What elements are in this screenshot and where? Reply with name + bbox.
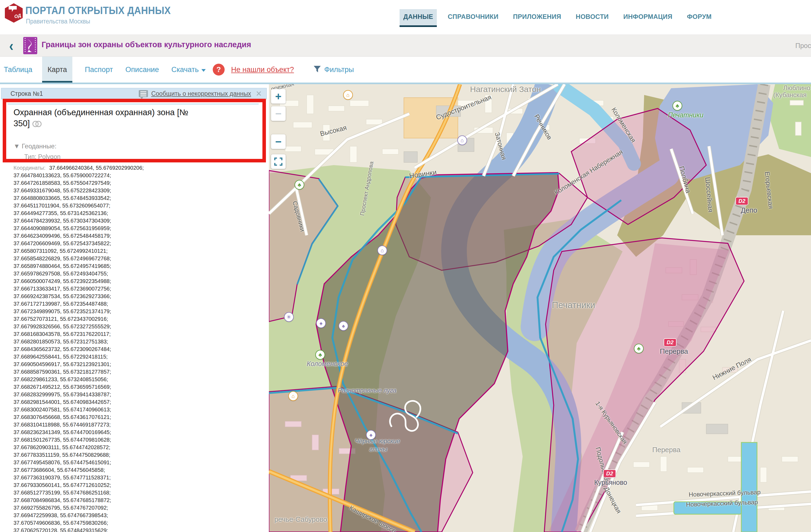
link-icon[interactable] xyxy=(32,121,42,126)
site-title[interactable]: ПОРТАЛ ОТКРЫТЫХ ДАННЫХ xyxy=(25,5,171,16)
tab[interactable]: Таблица xyxy=(4,57,32,82)
views-label[interactable]: Просмотре xyxy=(795,42,811,50)
coordinate-pair: 37.6684365623732, 55.6723090267484; xyxy=(14,345,186,353)
poi-icon[interactable]: ♣ xyxy=(634,344,644,354)
coordinate-pair: 37.6679928326566, 55.6723272555529; xyxy=(14,323,186,330)
report-bubble-icon[interactable] xyxy=(139,90,148,97)
help-icon[interactable]: ? xyxy=(213,64,225,76)
coordinate-pair: 37.6646234099496, 55.6725484458179; xyxy=(14,232,186,239)
coordinate-pair: 37.6649331679048, 55.6752228423309; xyxy=(14,187,186,194)
dataset-title[interactable]: Границы зон охраны объектов культурного … xyxy=(42,40,251,49)
poi-icon[interactable]: ✳ xyxy=(284,312,294,322)
poi-icon[interactable]: ♣ xyxy=(294,180,304,190)
nav-item[interactable]: ФОРУМ xyxy=(683,9,715,27)
poi-icon[interactable]: ⌂ xyxy=(457,136,467,145)
report-incorrect-data-link[interactable]: Сообщить о некорректных данных xyxy=(151,90,251,97)
tab[interactable]: Карта xyxy=(42,57,72,82)
map-label: Разнотравные луга xyxy=(338,387,396,394)
main-nav: ДАННЫЕСПРАВОЧНИКИПРИЛОЖЕНИЯНОВОСТИИНФОРМ… xyxy=(400,9,716,27)
tab[interactable]: Паспорт xyxy=(85,57,113,82)
map-canvas xyxy=(269,84,811,532)
coordinate-pair: 37.6682362341349, 55.6744700169645; xyxy=(14,428,186,436)
map[interactable]: ережнаяВысокаяСудостроительнаяНагатински… xyxy=(269,84,811,532)
coordinate-pair: 37.6644090889054, 55.6725631956959; xyxy=(14,224,186,232)
map-label: Нагатинский Затон xyxy=(470,85,541,94)
site-subtitle: Правительства Москвы xyxy=(26,18,90,25)
map-label: Чёрные юрские xyxy=(355,438,400,445)
map-label: Депо xyxy=(741,206,757,215)
coordinate-pair: 37.6690504596917, 55.6732123921301; xyxy=(14,360,186,368)
coordinate-pair: 37.6647261858583, 55.6755047297549; xyxy=(14,179,186,187)
tab[interactable]: Описание xyxy=(125,57,159,82)
coordinate-pair: 37.6682832999975, 55.6739414338787; xyxy=(14,391,186,398)
poi-icon[interactable]: ♠ xyxy=(316,318,326,328)
map-label: (Кубанская xyxy=(773,91,807,99)
coordinate-pair: 37.6683002407581, 55.6741740960613; xyxy=(14,406,186,413)
coordinate-pair: 37.6667133633417, 55.6723690072756; xyxy=(14,285,186,293)
row-title: Строка №1 xyxy=(11,90,43,97)
coordinate-pair: 37.6647206609469, 55.6725437345822; xyxy=(14,239,186,247)
nav-item[interactable]: СПРАВОЧНИКИ xyxy=(444,9,502,27)
coordinate-pair: 37.6645117011904, 55.6732609654077; xyxy=(14,202,186,209)
coordinate-pair: 37.66773686604, 55.6744756045858; xyxy=(14,466,186,474)
close-icon[interactable]: × xyxy=(256,89,262,98)
filters-button[interactable]: Фильтры xyxy=(324,65,354,74)
nav-item[interactable]: ДАННЫЕ xyxy=(400,9,437,27)
zoom-slider[interactable]: − xyxy=(271,106,286,121)
chevron-down-icon[interactable] xyxy=(201,69,206,72)
coordinate-pair: 37.668229861233, 55.6732408515056; xyxy=(14,376,186,383)
coordinate-pair: 37.6683076456668, 55.6743617076121; xyxy=(14,413,186,421)
zoom-out-button[interactable]: − xyxy=(271,134,286,149)
poi-icon[interactable]: ♣ xyxy=(315,350,325,360)
d2-station-badge[interactable]: D2 xyxy=(735,197,748,205)
coordinates-first-line: Координаты:37.664966240364, 55.676920299… xyxy=(14,164,186,172)
download-button[interactable]: Скачать xyxy=(171,65,199,74)
filter-icon[interactable] xyxy=(313,65,322,75)
fullscreen-button[interactable] xyxy=(271,154,286,169)
map-label: глины xyxy=(369,446,387,453)
map-label: Перерва xyxy=(660,347,688,356)
coordinate-pair: 37.6658548226829, 55.6724969672768; xyxy=(14,255,186,262)
coordinate-pair: 37.6681683043578, 55.6723176220117; xyxy=(14,330,186,338)
not-found-link[interactable]: Не нашли объект? xyxy=(231,65,294,74)
d2-station-badge[interactable]: D2 xyxy=(603,469,616,478)
feature-panel-header: Строка №1 Сообщить о некорректных данных… xyxy=(1,88,267,99)
tab-bar: ТаблицаКартаПаспортОписание Скачать ? Не… xyxy=(0,57,811,82)
coordinates-list: 37.6647840133623, 55.6759000722274;37.66… xyxy=(14,172,186,532)
poi-icon[interactable]: ♣ xyxy=(673,101,682,111)
map-label: Печатники xyxy=(552,300,595,310)
feature-panel: Строка №1 Сообщить о некорректных данных… xyxy=(0,84,269,532)
coordinates-block: Координаты:37.664966240364, 55.676920299… xyxy=(14,164,186,532)
coordinate-pair: 37.6682981544001, 55.6740983442657; xyxy=(14,398,186,406)
poi-icon[interactable]: ⌂ xyxy=(378,246,387,255)
map-label: речье-Сабурово xyxy=(274,515,327,523)
poi-icon[interactable]: ♠ xyxy=(339,321,348,331)
geodata-toggle[interactable]: ▼ Геоданные: xyxy=(14,142,57,150)
coordinate-pair: 37.670625720128, 55.6748429315629; xyxy=(14,527,186,532)
coordinate-pair: 37.6677833511159, 55.6744750829688; xyxy=(14,451,186,459)
map-label: Коломенское xyxy=(307,360,348,368)
coordinate-pair: 37.6660500074249, 55.6723922354988; xyxy=(14,277,186,285)
poi-icon[interactable]: ⌂ xyxy=(288,391,298,401)
poi-icon[interactable]: ⌂ xyxy=(343,90,353,100)
dataset-icon xyxy=(23,37,37,54)
coordinate-pair: 37.6679330560141, 55.6747712610252; xyxy=(14,481,186,489)
coordinate-pair: 37.6688587590361, 55.6732181277857; xyxy=(14,368,186,376)
dataset-header-bar: ‹ Границы зон охраны объектов культурног… xyxy=(0,34,811,57)
portal-logo-icon[interactable]: ОД xyxy=(5,3,23,23)
d2-station-badge[interactable]: D2 xyxy=(663,338,676,347)
site-header: ОД ПОРТАЛ ОТКРЫТЫХ ДАННЫХ Правительства … xyxy=(0,0,811,34)
coordinate-pair: 37.6682801850573, 55.672312751383; xyxy=(14,338,186,345)
map-label: Люблино xyxy=(783,84,810,92)
back-button[interactable]: ‹ xyxy=(9,37,14,54)
nav-item[interactable]: ПРИЛОЖЕНИЯ xyxy=(509,9,565,27)
coordinate-pair: 37.6671727139987, 55.672354487488; xyxy=(14,300,186,308)
zoom-in-button[interactable]: + xyxy=(271,89,286,104)
coordinate-pair: 37.6648808033665, 55.6748453933542; xyxy=(14,194,186,202)
nav-item[interactable]: НОВОСТИ xyxy=(572,9,613,27)
coordinate-pair: 37.6692755826795, 55.674767207092; xyxy=(14,504,186,512)
map-label: Перерва xyxy=(652,446,680,454)
nav-item[interactable]: ИНФОРМАЦИЯ xyxy=(619,9,676,27)
map-label: Печатники xyxy=(668,111,704,119)
coordinate-pair: 37.6659786297508, 55.672493404755; xyxy=(14,270,186,277)
